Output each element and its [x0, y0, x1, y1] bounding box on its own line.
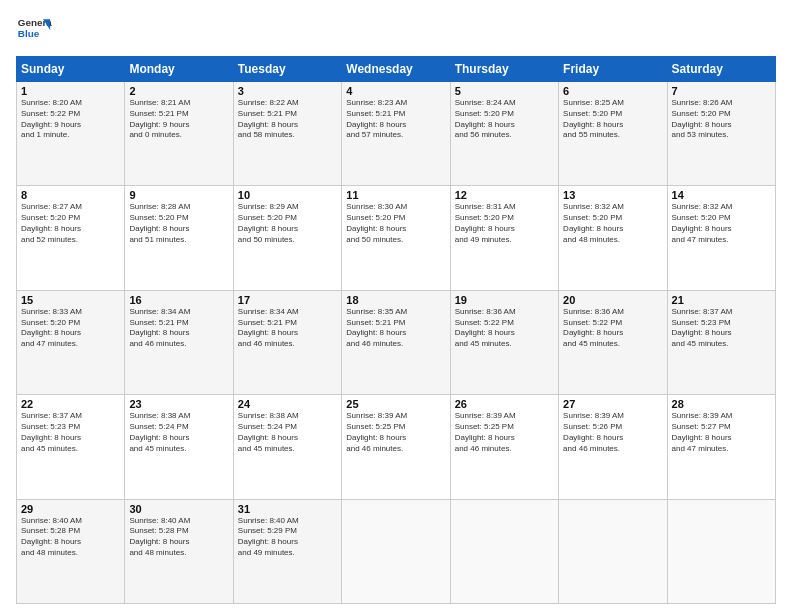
calendar-table: SundayMondayTuesdayWednesdayThursdayFrid…	[16, 56, 776, 604]
day-number: 26	[455, 398, 554, 410]
day-info: Sunrise: 8:33 AM Sunset: 5:20 PM Dayligh…	[21, 307, 120, 350]
day-cell: 14Sunrise: 8:32 AM Sunset: 5:20 PM Dayli…	[667, 186, 775, 290]
day-cell: 4Sunrise: 8:23 AM Sunset: 5:21 PM Daylig…	[342, 82, 450, 186]
day-info: Sunrise: 8:32 AM Sunset: 5:20 PM Dayligh…	[563, 202, 662, 245]
day-cell: 13Sunrise: 8:32 AM Sunset: 5:20 PM Dayli…	[559, 186, 667, 290]
day-info: Sunrise: 8:40 AM Sunset: 5:28 PM Dayligh…	[129, 516, 228, 559]
col-header-tuesday: Tuesday	[233, 57, 341, 82]
page: General Blue SundayMondayTuesdayWednesda…	[0, 0, 792, 612]
day-number: 8	[21, 189, 120, 201]
day-cell: 23Sunrise: 8:38 AM Sunset: 5:24 PM Dayli…	[125, 395, 233, 499]
day-number: 12	[455, 189, 554, 201]
day-cell	[559, 499, 667, 603]
day-info: Sunrise: 8:32 AM Sunset: 5:20 PM Dayligh…	[672, 202, 771, 245]
day-info: Sunrise: 8:40 AM Sunset: 5:29 PM Dayligh…	[238, 516, 337, 559]
day-cell: 3Sunrise: 8:22 AM Sunset: 5:21 PM Daylig…	[233, 82, 341, 186]
day-cell: 16Sunrise: 8:34 AM Sunset: 5:21 PM Dayli…	[125, 290, 233, 394]
col-header-friday: Friday	[559, 57, 667, 82]
day-number: 16	[129, 294, 228, 306]
col-header-sunday: Sunday	[17, 57, 125, 82]
day-info: Sunrise: 8:39 AM Sunset: 5:27 PM Dayligh…	[672, 411, 771, 454]
day-info: Sunrise: 8:23 AM Sunset: 5:21 PM Dayligh…	[346, 98, 445, 141]
day-cell: 15Sunrise: 8:33 AM Sunset: 5:20 PM Dayli…	[17, 290, 125, 394]
day-info: Sunrise: 8:36 AM Sunset: 5:22 PM Dayligh…	[563, 307, 662, 350]
day-info: Sunrise: 8:37 AM Sunset: 5:23 PM Dayligh…	[21, 411, 120, 454]
day-info: Sunrise: 8:24 AM Sunset: 5:20 PM Dayligh…	[455, 98, 554, 141]
logo-icon: General Blue	[16, 12, 52, 48]
day-number: 19	[455, 294, 554, 306]
day-cell	[667, 499, 775, 603]
svg-text:Blue: Blue	[18, 28, 40, 39]
col-header-thursday: Thursday	[450, 57, 558, 82]
day-cell: 20Sunrise: 8:36 AM Sunset: 5:22 PM Dayli…	[559, 290, 667, 394]
day-info: Sunrise: 8:22 AM Sunset: 5:21 PM Dayligh…	[238, 98, 337, 141]
day-number: 6	[563, 85, 662, 97]
day-number: 25	[346, 398, 445, 410]
week-row-3: 15Sunrise: 8:33 AM Sunset: 5:20 PM Dayli…	[17, 290, 776, 394]
day-number: 10	[238, 189, 337, 201]
day-number: 31	[238, 503, 337, 515]
day-info: Sunrise: 8:34 AM Sunset: 5:21 PM Dayligh…	[129, 307, 228, 350]
calendar-header-row: SundayMondayTuesdayWednesdayThursdayFrid…	[17, 57, 776, 82]
col-header-monday: Monday	[125, 57, 233, 82]
week-row-1: 1Sunrise: 8:20 AM Sunset: 5:22 PM Daylig…	[17, 82, 776, 186]
day-number: 5	[455, 85, 554, 97]
day-info: Sunrise: 8:36 AM Sunset: 5:22 PM Dayligh…	[455, 307, 554, 350]
day-cell	[342, 499, 450, 603]
day-number: 30	[129, 503, 228, 515]
day-info: Sunrise: 8:28 AM Sunset: 5:20 PM Dayligh…	[129, 202, 228, 245]
day-info: Sunrise: 8:35 AM Sunset: 5:21 PM Dayligh…	[346, 307, 445, 350]
day-number: 18	[346, 294, 445, 306]
day-number: 3	[238, 85, 337, 97]
day-info: Sunrise: 8:39 AM Sunset: 5:25 PM Dayligh…	[455, 411, 554, 454]
day-number: 14	[672, 189, 771, 201]
day-cell: 18Sunrise: 8:35 AM Sunset: 5:21 PM Dayli…	[342, 290, 450, 394]
week-row-4: 22Sunrise: 8:37 AM Sunset: 5:23 PM Dayli…	[17, 395, 776, 499]
day-number: 22	[21, 398, 120, 410]
day-cell: 7Sunrise: 8:26 AM Sunset: 5:20 PM Daylig…	[667, 82, 775, 186]
day-cell: 10Sunrise: 8:29 AM Sunset: 5:20 PM Dayli…	[233, 186, 341, 290]
day-info: Sunrise: 8:40 AM Sunset: 5:28 PM Dayligh…	[21, 516, 120, 559]
day-info: Sunrise: 8:27 AM Sunset: 5:20 PM Dayligh…	[21, 202, 120, 245]
col-header-saturday: Saturday	[667, 57, 775, 82]
day-number: 29	[21, 503, 120, 515]
day-cell: 6Sunrise: 8:25 AM Sunset: 5:20 PM Daylig…	[559, 82, 667, 186]
day-cell: 26Sunrise: 8:39 AM Sunset: 5:25 PM Dayli…	[450, 395, 558, 499]
week-row-2: 8Sunrise: 8:27 AM Sunset: 5:20 PM Daylig…	[17, 186, 776, 290]
day-number: 13	[563, 189, 662, 201]
day-cell	[450, 499, 558, 603]
day-cell: 30Sunrise: 8:40 AM Sunset: 5:28 PM Dayli…	[125, 499, 233, 603]
day-number: 4	[346, 85, 445, 97]
day-cell: 25Sunrise: 8:39 AM Sunset: 5:25 PM Dayli…	[342, 395, 450, 499]
day-number: 7	[672, 85, 771, 97]
day-info: Sunrise: 8:25 AM Sunset: 5:20 PM Dayligh…	[563, 98, 662, 141]
day-info: Sunrise: 8:30 AM Sunset: 5:20 PM Dayligh…	[346, 202, 445, 245]
day-cell: 22Sunrise: 8:37 AM Sunset: 5:23 PM Dayli…	[17, 395, 125, 499]
day-cell: 11Sunrise: 8:30 AM Sunset: 5:20 PM Dayli…	[342, 186, 450, 290]
day-number: 21	[672, 294, 771, 306]
day-info: Sunrise: 8:26 AM Sunset: 5:20 PM Dayligh…	[672, 98, 771, 141]
day-cell: 17Sunrise: 8:34 AM Sunset: 5:21 PM Dayli…	[233, 290, 341, 394]
day-cell: 21Sunrise: 8:37 AM Sunset: 5:23 PM Dayli…	[667, 290, 775, 394]
day-number: 28	[672, 398, 771, 410]
day-cell: 12Sunrise: 8:31 AM Sunset: 5:20 PM Dayli…	[450, 186, 558, 290]
day-number: 20	[563, 294, 662, 306]
day-cell: 28Sunrise: 8:39 AM Sunset: 5:27 PM Dayli…	[667, 395, 775, 499]
day-info: Sunrise: 8:38 AM Sunset: 5:24 PM Dayligh…	[238, 411, 337, 454]
day-cell: 29Sunrise: 8:40 AM Sunset: 5:28 PM Dayli…	[17, 499, 125, 603]
day-info: Sunrise: 8:39 AM Sunset: 5:26 PM Dayligh…	[563, 411, 662, 454]
day-info: Sunrise: 8:20 AM Sunset: 5:22 PM Dayligh…	[21, 98, 120, 141]
day-info: Sunrise: 8:34 AM Sunset: 5:21 PM Dayligh…	[238, 307, 337, 350]
day-cell: 1Sunrise: 8:20 AM Sunset: 5:22 PM Daylig…	[17, 82, 125, 186]
day-info: Sunrise: 8:21 AM Sunset: 5:21 PM Dayligh…	[129, 98, 228, 141]
day-cell: 27Sunrise: 8:39 AM Sunset: 5:26 PM Dayli…	[559, 395, 667, 499]
day-cell: 9Sunrise: 8:28 AM Sunset: 5:20 PM Daylig…	[125, 186, 233, 290]
day-cell: 24Sunrise: 8:38 AM Sunset: 5:24 PM Dayli…	[233, 395, 341, 499]
day-info: Sunrise: 8:29 AM Sunset: 5:20 PM Dayligh…	[238, 202, 337, 245]
day-number: 23	[129, 398, 228, 410]
day-info: Sunrise: 8:39 AM Sunset: 5:25 PM Dayligh…	[346, 411, 445, 454]
day-number: 9	[129, 189, 228, 201]
day-info: Sunrise: 8:31 AM Sunset: 5:20 PM Dayligh…	[455, 202, 554, 245]
day-number: 27	[563, 398, 662, 410]
day-cell: 31Sunrise: 8:40 AM Sunset: 5:29 PM Dayli…	[233, 499, 341, 603]
